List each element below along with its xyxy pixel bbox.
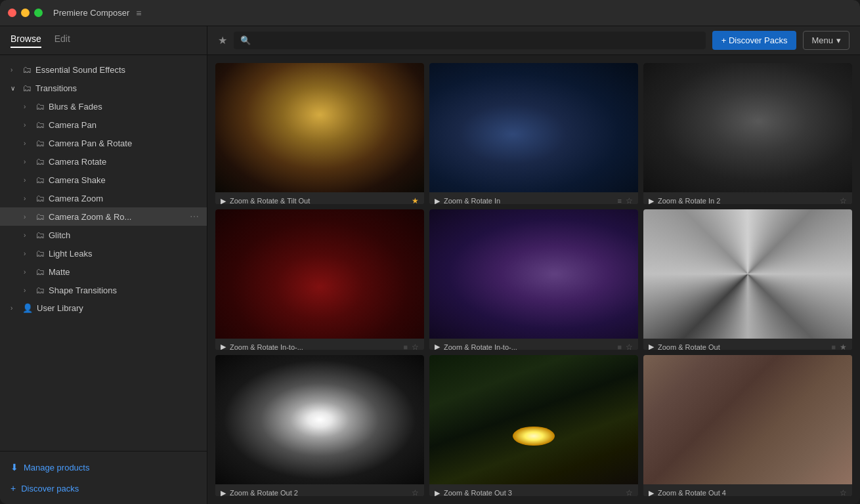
sidebar-item-essential-sound-effects[interactable]: › 🗂 Essential Sound Effects	[0, 60, 207, 79]
sidebar-item-label: Essential Sound Effects	[35, 65, 199, 75]
sidebar-item-camera-pan[interactable]: › 🗂 Camera Pan	[0, 116, 207, 134]
item-name: Zoom & Rotate In-to-...	[444, 343, 614, 350]
user-library-icon: 👤	[22, 303, 33, 313]
app-name-label: Premiere Composer	[53, 8, 129, 18]
item-label-bar: ▶ Zoom & Rotate In 2 ☆	[643, 192, 852, 204]
sidebar-item-matte[interactable]: › 🗂 Matte	[0, 262, 207, 281]
star-filter-icon[interactable]: ★	[218, 34, 227, 47]
maximize-button[interactable]	[34, 9, 43, 17]
sidebar-item-camera-pan-rotate[interactable]: › 🗂 Camera Pan & Rotate	[0, 134, 207, 152]
sidebar-item-camera-zoom[interactable]: › 🗂 Camera Zoom	[0, 189, 207, 207]
grid-item-5[interactable]: ▶ Zoom & Rotate In-to-... ≡ ☆	[429, 209, 638, 350]
folder-icon: 🗂	[35, 248, 45, 259]
clip-icon: ▶	[649, 343, 654, 350]
sidebar-item-label: Camera Shake	[49, 175, 199, 185]
hamburger-icon[interactable]: ≡	[136, 8, 141, 18]
star-icon[interactable]: ☆	[840, 488, 847, 496]
chevron-right-icon: ›	[24, 213, 32, 220]
folder-icon: 🗂	[35, 101, 45, 112]
folder-icon: 🗂	[22, 83, 32, 93]
grid-item-4[interactable]: ▶ Zoom & Rotate In-to-... ≡ ☆	[215, 209, 424, 350]
app-title: Premiere Composer ≡	[53, 8, 142, 18]
grid-item-7[interactable]: ▶ Zoom & Rotate Out 2 ☆	[215, 355, 424, 496]
chevron-right-icon: ›	[11, 304, 18, 312]
thumbnail-1	[215, 63, 424, 192]
star-icon[interactable]: ☆	[412, 343, 419, 350]
minimize-button[interactable]	[21, 9, 30, 17]
sidebar-item-label: Camera Zoom	[49, 194, 199, 203]
chevron-right-icon: ›	[24, 121, 32, 129]
chevron-right-icon: ›	[24, 250, 32, 257]
manage-products-label: Manage products	[24, 463, 89, 472]
star-icon[interactable]: ☆	[626, 488, 633, 496]
item-label-bar: ▶ Zoom & Rotate In-to-... ≡ ☆	[215, 339, 424, 350]
item-label-bar: ▶ Zoom & Rotate Out 4 ☆	[643, 484, 852, 496]
sidebar-item-blurs-fades[interactable]: › 🗂 Blurs & Fades	[0, 97, 207, 116]
grid-item-9[interactable]: ▶ Zoom & Rotate Out 4 ☆	[643, 355, 852, 496]
close-button[interactable]	[8, 9, 16, 17]
chevron-right-icon: ›	[24, 158, 32, 165]
item-name: Zoom & Rotate Out 3	[444, 489, 622, 496]
star-icon[interactable]: ★	[412, 196, 419, 204]
thumbnail-8	[429, 355, 638, 484]
download-icon: ⬇	[11, 462, 18, 472]
item-name: Zoom & Rotate & Tilt Out	[230, 197, 408, 204]
tab-edit[interactable]: Edit	[54, 33, 70, 48]
sidebar-item-label: Matte	[49, 267, 199, 277]
sidebar-item-light-leaks[interactable]: › 🗂 Light Leaks	[0, 244, 207, 262]
manage-products-item[interactable]: ⬇ Manage products	[0, 457, 207, 478]
grid-item-3[interactable]: ▶ Zoom & Rotate In 2 ☆	[643, 63, 852, 204]
clip-icon: ▶	[435, 343, 440, 350]
folder-icon: 🗂	[35, 193, 45, 203]
star-icon[interactable]: ☆	[626, 343, 633, 350]
star-icon[interactable]: ☆	[412, 488, 419, 496]
sidebar-item-label: Camera Pan & Rotate	[49, 138, 199, 148]
chevron-right-icon: ›	[24, 232, 32, 239]
chevron-right-icon: ›	[24, 140, 32, 147]
grid-item-8[interactable]: ▶ Zoom & Rotate Out 3 ☆	[429, 355, 638, 496]
tab-browse[interactable]: Browse	[11, 33, 41, 48]
discover-packs-item[interactable]: + Discover packs	[0, 478, 207, 499]
sidebar-item-glitch[interactable]: › 🗂 Glitch	[0, 226, 207, 244]
grid-item-1[interactable]: ▶ Zoom & Rotate & Tilt Out ★	[215, 63, 424, 204]
context-menu-icon[interactable]: ⋯	[190, 211, 199, 222]
thumbnail-4	[215, 209, 424, 339]
discover-packs-button[interactable]: + Discover Packs	[712, 31, 797, 50]
menu-dots-icon[interactable]: ≡	[404, 343, 408, 350]
thumbnail-3	[643, 63, 852, 192]
menu-dots-icon[interactable]: ≡	[618, 197, 622, 204]
grid-item-2[interactable]: ▶ Zoom & Rotate In ≡ ☆	[429, 63, 638, 204]
sidebar-item-camera-rotate[interactable]: › 🗂 Camera Rotate	[0, 152, 207, 171]
discover-packs-label: Discover packs	[21, 484, 79, 494]
sidebar-item-camera-zoom-rotate[interactable]: › 🗂 Camera Zoom & Ro... ⋯	[0, 207, 207, 226]
menu-btn-label: Menu	[811, 35, 833, 45]
star-icon[interactable]: ★	[840, 343, 847, 350]
menu-button[interactable]: Menu ▾	[803, 31, 849, 50]
item-label-bar: ▶ Zoom & Rotate In ≡ ☆	[429, 192, 638, 204]
sidebar-tree: › 🗂 Essential Sound Effects ∨ 🗂 Transiti…	[0, 55, 207, 451]
thumbnail-2	[429, 63, 638, 192]
traffic-lights	[8, 9, 43, 17]
discover-packs-btn-label: + Discover Packs	[721, 35, 788, 45]
right-panel: ★ 🔍 + Discover Packs Menu ▾	[207, 26, 860, 504]
clip-icon: ▶	[221, 489, 226, 496]
menu-dots-icon[interactable]: ≡	[618, 343, 622, 350]
folder-icon: 🗂	[35, 156, 45, 167]
thumbnail-6	[643, 209, 852, 339]
sidebar-item-transitions[interactable]: ∨ 🗂 Transitions	[0, 79, 207, 97]
sidebar-item-camera-shake[interactable]: › 🗂 Camera Shake	[0, 171, 207, 189]
sidebar-item-label: Camera Zoom & Ro...	[49, 212, 186, 222]
sidebar-item-shape-transitions[interactable]: › 🗂 Shape Transitions	[0, 281, 207, 299]
item-name: Zoom & Rotate Out 2	[230, 489, 408, 496]
search-input[interactable]	[256, 35, 699, 45]
sidebar-item-user-library[interactable]: › 👤 User Library	[0, 299, 207, 317]
star-icon[interactable]: ☆	[840, 196, 847, 204]
menu-dots-icon[interactable]: ≡	[832, 343, 836, 350]
clip-icon: ▶	[221, 197, 226, 204]
clip-icon: ▶	[649, 197, 654, 204]
star-icon[interactable]: ☆	[626, 196, 633, 204]
folder-icon: 🗂	[35, 119, 45, 130]
chevron-right-icon: ›	[24, 268, 32, 276]
clip-icon: ▶	[649, 489, 654, 496]
grid-item-6[interactable]: ▶ Zoom & Rotate Out ≡ ★	[643, 209, 852, 350]
